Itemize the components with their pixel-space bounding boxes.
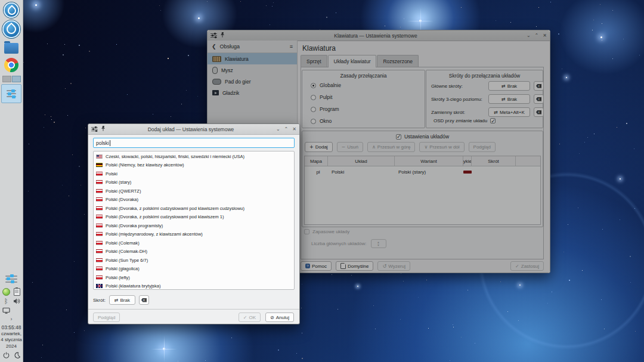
task-entry-systemsettings[interactable] <box>1 84 21 103</box>
close-icon[interactable]: ✕ <box>292 125 296 134</box>
sidebar-item-gladzik[interactable]: Gładzik <box>208 87 297 98</box>
radio-icon[interactable] <box>311 95 316 100</box>
help-button[interactable]: ?Pomoc <box>301 261 332 271</box>
list-item[interactable]: Polski (Dvoraka, z polskimi cudzysłowami… <box>94 213 294 222</box>
reset-button[interactable]: ↺Wyzeruj <box>377 261 410 271</box>
minimize-icon[interactable]: ⌄ <box>527 31 531 40</box>
column-header[interactable]: Etykieta <box>463 156 472 166</box>
shortcut-button[interactable]: ⇄Meta+Alt+K <box>488 107 530 117</box>
sidebar-back-label[interactable]: Obsługa <box>220 44 240 49</box>
shortcut-button[interactable]: ⇄Brak <box>488 94 530 104</box>
list-item[interactable]: Polski (Dvoraka) <box>94 196 294 205</box>
list-item[interactable]: Polski (Colemak-DH) <box>94 247 294 256</box>
main-titlebar[interactable]: Klawiatura — Ustawienia systemowe ⌄ ⌃ ✕ <box>208 30 550 41</box>
list-item[interactable]: Polski (lefty) <box>94 273 294 282</box>
list-item[interactable]: Polski (QWERTZ) <box>94 187 294 196</box>
power-icon[interactable] <box>3 352 10 358</box>
clipboard-icon[interactable] <box>13 288 21 296</box>
desktop-2-cell[interactable] <box>12 76 21 82</box>
pin-icon[interactable] <box>101 126 106 132</box>
preview-button[interactable]: Podgląd <box>469 142 496 152</box>
cancel-button[interactable]: ⊘Anuluj <box>265 313 294 322</box>
column-header[interactable]: Wariant <box>395 156 463 166</box>
add-button[interactable]: +Dodaj <box>305 142 333 152</box>
app-menu-icon[interactable] <box>210 32 217 39</box>
night-color-icon[interactable] <box>14 352 20 358</box>
sidebar-item-klawiatura[interactable]: Klawiatura <box>208 53 297 64</box>
search-input[interactable]: polski <box>93 138 295 148</box>
desktop-1-cell[interactable] <box>2 76 11 82</box>
dialog-titlebar[interactable]: Dodaj układ — Ustawienia systemowe ⌄ ⌃ ✕ <box>88 124 299 135</box>
maximize-icon[interactable]: ⌃ <box>535 31 539 40</box>
move-up-button[interactable]: ∧Przesuń w górę <box>367 142 415 152</box>
list-item[interactable]: Polski (Dvoraka, z polskimi cudzysłowami… <box>94 204 294 213</box>
list-item[interactable]: Czeski, słowacki, polski, hiszpański, fi… <box>94 152 294 161</box>
table-row[interactable]: plPolskiPolski (stary) <box>305 166 540 177</box>
radio-option-pulpit[interactable]: Pulpit <box>311 94 332 100</box>
apply-button[interactable]: ✓Zastosuj <box>510 261 544 271</box>
app-menu-icon[interactable] <box>91 126 98 132</box>
column-header[interactable]: Mapa <box>305 156 328 166</box>
tab-rozszerzone[interactable]: Rozszerzone <box>377 55 419 67</box>
list-item[interactable]: Polski (Sun Type 6/7) <box>94 256 294 265</box>
list-item[interactable]: Polski <box>94 169 294 178</box>
digital-clock[interactable]: 03:55:48 czwartek, 4 stycznia 2024 <box>1 324 22 349</box>
radio-icon[interactable] <box>311 83 316 88</box>
radio-option-okno[interactable]: Okno <box>311 118 332 124</box>
shortcut-button[interactable]: ⇄Brak <box>109 295 135 305</box>
hamburger-icon[interactable]: ≡ <box>290 44 293 49</box>
list-item[interactable]: Polski (klawiatura brytyjska) <box>94 282 294 290</box>
list-item[interactable]: Polski (Niemcy, bez klawiszy akcentów) <box>94 161 294 170</box>
sidebar-item-pad-do-gier[interactable]: Pad do gier <box>208 76 297 87</box>
defaults-button[interactable]: Domyślne <box>336 261 374 271</box>
layout-count-spinner[interactable]: ▲▼ <box>371 239 386 248</box>
tab-sprzet[interactable]: Sprzęt <box>301 55 327 67</box>
move-down-button[interactable]: ∨Przesuń w dół <box>419 142 464 152</box>
display-icon[interactable] <box>2 307 10 315</box>
volume-icon[interactable] <box>13 298 21 305</box>
radio-icon[interactable] <box>311 119 316 124</box>
status-green-icon[interactable] <box>2 288 10 296</box>
bluetooth-icon[interactable]: ᛒ <box>2 298 10 305</box>
column-header[interactable] <box>516 156 540 166</box>
falkon-icon[interactable] <box>4 2 19 18</box>
chrome-icon[interactable] <box>4 58 18 72</box>
column-header[interactable]: Skrót <box>472 156 516 166</box>
button-label: Podgląd <box>473 144 491 150</box>
list-item[interactable]: Polski (międzynarodowy, z klawiszami akc… <box>94 230 294 239</box>
layouts-checkbox[interactable] <box>396 134 401 140</box>
clear-shortcut-button[interactable]: ✕ <box>534 81 544 91</box>
spare-layouts-checkbox[interactable] <box>304 229 309 234</box>
list-item[interactable]: Polski (stary) <box>94 178 294 187</box>
minimize-icon[interactable]: ⌄ <box>276 125 280 134</box>
close-icon[interactable]: ✕ <box>543 31 547 40</box>
virtual-desktop-pager[interactable] <box>2 76 21 82</box>
shortcut-button[interactable]: ⇄Brak <box>488 81 530 91</box>
clear-shortcut-button[interactable]: ✕ <box>534 94 544 104</box>
backspace-icon: ✕ <box>141 298 147 302</box>
clear-shortcut-button[interactable]: ✕ <box>139 295 149 305</box>
folder-icon[interactable] <box>4 43 18 54</box>
preview-button[interactable]: Podgląd <box>93 313 120 322</box>
back-arrow-icon[interactable]: ❮ <box>212 44 216 49</box>
expand-arrow-icon[interactable]: › <box>11 316 13 322</box>
radio-option-globalnie[interactable]: Globalnie <box>311 82 341 88</box>
pin-icon[interactable] <box>220 32 225 39</box>
sidebar-item-mysz[interactable]: Mysz <box>208 64 297 76</box>
falkon-icon[interactable] <box>2 20 20 38</box>
remove-button[interactable]: −Usuń <box>337 142 363 152</box>
list-item[interactable]: Polski (Colemak) <box>94 239 294 247</box>
tab-uklady-klawiatur[interactable]: Układy klawiatur <box>328 55 377 67</box>
radio-icon[interactable] <box>311 107 316 112</box>
sliders-icon[interactable] <box>5 274 17 284</box>
list-item[interactable]: Polski (głagolica) <box>94 265 294 274</box>
column-header[interactable]: Układ <box>328 156 395 166</box>
maximize-icon[interactable]: ⌃ <box>284 125 289 134</box>
clear-shortcut-button[interactable]: ✕ <box>534 107 544 117</box>
layout-list[interactable]: Czeski, słowacki, polski, hiszpański, fi… <box>93 151 295 290</box>
layouts-table[interactable]: MapaUkładWariantEtykietaSkrót plPolskiPo… <box>304 156 541 225</box>
ok-button[interactable]: ✓OK <box>239 313 261 322</box>
radio-option-program[interactable]: Program <box>311 106 339 112</box>
osd-checkbox[interactable] <box>490 118 496 123</box>
list-item[interactable]: Polski (Dvoraka programisty) <box>94 221 294 230</box>
